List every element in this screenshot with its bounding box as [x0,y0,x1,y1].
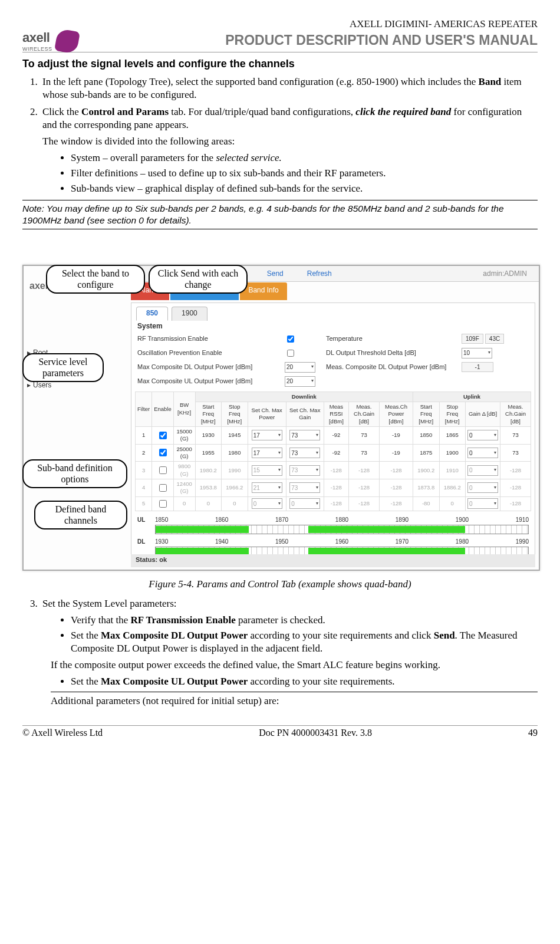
section-heading: To adjust the signal levels and configur… [22,57,538,71]
lbl-osc-prev: Oscillation Prevention Enable [137,348,273,357]
footer-right: 49 [528,727,538,739]
swirl-icon [54,28,80,54]
callout-subband-options: Sub-band definition options [22,459,127,488]
doc-title-large: PRODUCT DESCRIPTION AND USER'S MANUAL [225,32,538,50]
filter-table: Filter Enable BW [KHz] Downlink Uplink S… [135,392,531,511]
row-enable-checkbox[interactable] [159,466,167,474]
table-row: 39800 (G)1980.219901573-128-128-1281900.… [136,462,531,479]
admin-label: admin:ADMIN [483,269,527,279]
step-2: Click the Control and Params tab. For du… [40,106,538,196]
temp-f: 109F [462,334,483,344]
lbl-max-dl: Max Composite DL Output Power [dBm] [137,363,273,371]
band-tab-1900[interactable]: 1900 [172,307,207,321]
bullet-filter: Filter definitions – used to define up t… [71,167,538,180]
figure-wrap: Select the band to configure Click Send … [22,265,538,571]
header-titles: AXELL DIGIMINI- AMERICAS REPEATER PRODUC… [225,18,538,50]
temp-c: 43C [485,334,504,344]
dl-label: DL [137,538,155,545]
bullet-system: System – overall parameters for the sele… [71,152,538,165]
meas-dl-value: -1 [462,362,493,372]
lbl-meas-dl: Meas. Composite DL Output Power [dBm] [326,363,450,371]
callout-select-band: Select the band to configure [46,265,145,294]
brand-name: axell [22,29,52,47]
callout-defined-channels: Defined band channels [34,501,127,529]
send-link[interactable]: Send [267,269,284,279]
band-tab-850[interactable]: 850 [136,307,168,321]
figure-caption: Figure 5-4. Params and Control Tab (exam… [22,578,538,591]
system-grid: RF Transmission Enable Temperature 109F … [131,333,535,392]
row-enable-checkbox[interactable] [159,500,167,508]
step-1: In the left pane (Topology Tree), select… [40,75,538,101]
callout-service-params: Service level parameters [22,353,104,382]
table-row: 500000-128-128-128-8000-128 [136,496,531,511]
max-dl-select[interactable]: 20 [285,362,315,373]
lbl-dl-thresh: DL Output Threshold Delta [dB] [326,348,450,357]
row-enable-checkbox[interactable] [159,484,167,492]
additional-note: Additional parameters (not required for … [51,692,538,708]
content-pane: 850 1900 System RF Transmission Enable T… [131,302,535,555]
lbl-max-ul: Max Composite UL Output Power [dBm] [137,377,273,385]
row-enable-checkbox[interactable] [159,449,167,456]
brand-sub: WIRELESS [22,46,52,53]
lbl-rf-enable: RF Transmission Enable [137,334,273,343]
table-row: 412400 (G)1953.81966.22173-128-128-12818… [136,479,531,497]
rf-enable-checkbox[interactable] [287,336,294,343]
filter-table-wrap: Filter Enable BW [KHz] Downlink Uplink S… [131,392,535,511]
band-tabs: 850 1900 [131,303,535,321]
brand-logo: axell WIRELESS [22,29,78,53]
ul-spectrum-bar [155,525,529,534]
page-header: axell WIRELESS AXELL DIGIMINI- AMERICAS … [22,18,538,52]
max-ul-select[interactable]: 20 [285,376,315,387]
row-enable-checkbox[interactable] [159,432,167,439]
callout-click-send: Click Send with each change [149,265,248,294]
refresh-link[interactable]: Refresh [307,269,332,279]
ul-label: UL [137,516,155,524]
system-heading: System [131,321,535,333]
footer-center: Doc PN 4000003431 Rev. 3.8 [259,727,372,739]
steps-list: In the left pane (Topology Tree), select… [22,75,538,195]
table-row: 225000 (G)195519801773-9273-191875190007… [136,444,531,462]
footer-left: © Axell Wireless Ltd [22,727,103,739]
step-3: Set the System Level parameters: Verify … [40,597,538,708]
bullet-subbands: Sub-bands view – graphical display of de… [71,182,538,195]
page-footer: © Axell Wireless Ltd Doc PN 4000003431 R… [22,725,538,739]
dl-thresh-select[interactable]: 10 [462,348,492,358]
table-row: 115000 (G)193019451773-9273-191850186507… [136,426,531,444]
note-block: Note: You may define up to Six sub-bands… [22,200,538,229]
status-bar: Status: ok [131,554,535,567]
osc-prev-checkbox[interactable] [287,350,294,357]
lbl-temp: Temperature [326,334,450,343]
doc-title-small: AXELL DIGIMINI- AMERICAS REPEATER [225,18,538,31]
spectrum-view: UL 1850186018701880189019001910 DL 19301… [131,511,535,558]
steps-list-2: Set the System Level parameters: Verify … [22,597,538,708]
